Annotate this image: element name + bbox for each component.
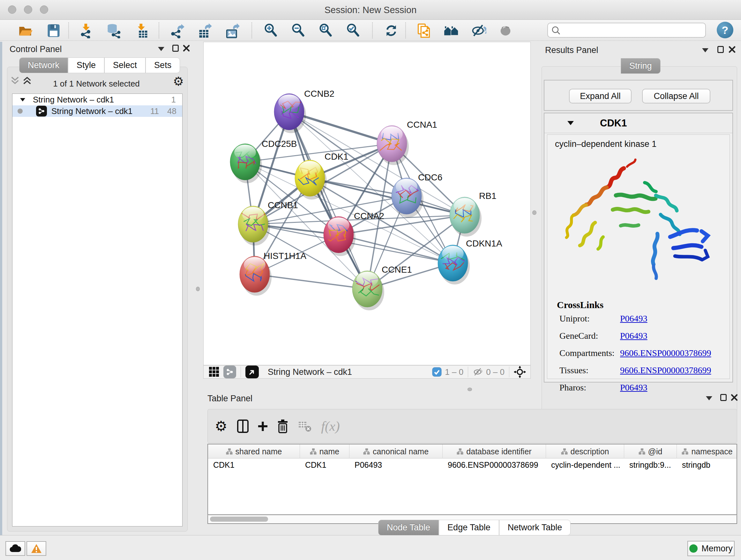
show-all-icon[interactable] (496, 22, 515, 40)
cloud-button[interactable] (5, 541, 25, 556)
panel-float-icon[interactable] (720, 394, 727, 401)
tree-row-network-collection[interactable]: String Network – cdk11 (12, 94, 182, 105)
entry-collapse-caret-icon[interactable] (567, 121, 574, 125)
delete-column-trash-icon[interactable] (276, 419, 289, 434)
import-table-file-icon[interactable] (133, 22, 151, 40)
network-share-view-icon[interactable] (223, 366, 236, 378)
refresh-icon[interactable] (382, 22, 400, 40)
network-node-hist1h1a[interactable]: HIST1H1A (240, 251, 307, 296)
panel-menu-icon[interactable] (702, 48, 709, 52)
import-network-database-icon[interactable] (105, 22, 123, 40)
panel-close-icon[interactable] (731, 394, 738, 401)
bottom-splitter-handle[interactable] (468, 388, 472, 391)
left-splitter-handle[interactable] (196, 287, 200, 291)
crosslink-value-link[interactable]: P06493 (620, 314, 648, 324)
network-node-rb1[interactable]: RB1 (450, 191, 496, 237)
table-cell-shared-name[interactable]: CDK1 (208, 460, 300, 470)
panel-float-icon[interactable] (718, 46, 724, 53)
birds-eye-view-icon[interactable] (246, 366, 259, 378)
save-session-icon[interactable] (45, 22, 63, 40)
column-header-description[interactable]: description (546, 444, 624, 458)
network-node-ccna2[interactable]: CCNA2 (324, 211, 384, 256)
crosslink-value-link[interactable]: 9606.ENSP00000378699 (620, 348, 711, 358)
table-cell-name[interactable]: CDK1 (300, 460, 349, 470)
export-network-icon[interactable] (169, 22, 186, 40)
edge-ccnb2-ccne1[interactable] (289, 112, 367, 289)
search-box[interactable] (547, 23, 706, 38)
warnings-button[interactable] (26, 541, 46, 556)
tab-style[interactable]: Style (68, 57, 105, 73)
tab-sets[interactable]: Sets (145, 57, 180, 73)
clear-table-icon[interactable] (298, 421, 312, 432)
table-cell-namespace[interactable]: stringdb (677, 460, 737, 470)
window-title: Session: New Session (0, 5, 741, 15)
function-builder-icon[interactable]: f(x) (321, 419, 340, 434)
scrollbar-thumb[interactable] (210, 516, 268, 522)
fit-content-crosshair-icon[interactable] (514, 366, 526, 378)
tab-network[interactable]: Network (19, 57, 68, 73)
network-node-ccne1[interactable]: CCNE1 (352, 265, 412, 310)
hide-selected-icon[interactable] (470, 22, 488, 40)
first-neighbors-icon[interactable] (442, 22, 460, 40)
tab-edge-table[interactable]: Edge Table (439, 520, 499, 536)
node-label-cdc6: CDC6 (418, 172, 442, 182)
column-header-namespace[interactable]: namespace (677, 444, 737, 458)
search-input[interactable] (561, 25, 698, 35)
collapse-all-button[interactable]: Collapse All (642, 89, 711, 104)
column-header--id[interactable]: @id (624, 444, 677, 458)
edge-hist1h1a-ccne1[interactable] (255, 274, 367, 289)
tab-node-table[interactable]: Node Table (378, 520, 439, 536)
network-node-cdk1[interactable]: CDK1 (295, 152, 348, 199)
add-column-icon[interactable]: + (257, 420, 268, 433)
toolbar-separator (252, 22, 252, 38)
export-table-icon[interactable] (196, 22, 214, 40)
tab-select[interactable]: Select (105, 57, 145, 73)
table-cell--id[interactable]: stringdb:9... (624, 460, 677, 470)
hidden-items-eye-slash-icon[interactable] (473, 367, 483, 377)
panel-close-icon[interactable] (728, 46, 736, 53)
panel-close-icon[interactable] (183, 44, 190, 52)
show-columns-icon[interactable] (237, 419, 249, 433)
tree-expand-caret-icon[interactable] (20, 98, 25, 101)
open-session-icon[interactable] (17, 22, 35, 40)
tab-string[interactable]: String (621, 58, 661, 74)
table-settings-gear-icon[interactable]: ⚙ (215, 418, 227, 434)
new-network-from-selection-icon[interactable] (415, 22, 433, 40)
import-network-file-icon[interactable] (77, 22, 95, 40)
selected-nodes-checkbox-icon[interactable] (432, 367, 442, 377)
crosslink-value-link[interactable]: 9606.ENSP00000378699 (620, 365, 711, 375)
grid-view-icon[interactable] (209, 367, 219, 377)
help-icon[interactable]: ? (717, 22, 733, 38)
zoom-in-icon[interactable] (262, 22, 280, 40)
tab-network-table[interactable]: Network Table (499, 520, 571, 536)
memory-button[interactable]: Memory (687, 541, 735, 556)
table-row[interactable]: CDK1CDK1P064939606.ENSP00000378699cyclin… (208, 458, 737, 471)
crosslink-value-link[interactable]: P06493 (620, 331, 648, 341)
right-splitter-handle[interactable] (532, 210, 536, 215)
panel-menu-icon[interactable] (706, 396, 712, 400)
zoom-out-icon[interactable] (289, 22, 307, 40)
export-image-icon[interactable] (223, 22, 241, 40)
zoom-fit-icon[interactable] (317, 22, 334, 40)
network-options-gear-icon[interactable]: ⚙ (173, 74, 184, 88)
panel-float-icon[interactable] (172, 45, 179, 52)
results-entry-header[interactable]: CDK1 (544, 113, 732, 133)
column-header-name[interactable]: name (300, 444, 349, 458)
network-node-cdc6[interactable]: CDC6 (392, 172, 442, 217)
table-cell-description[interactable]: cyclin-dependent ... (546, 460, 624, 470)
table-cell-canonical-name[interactable]: P06493 (349, 460, 443, 470)
panel-menu-icon[interactable] (158, 47, 164, 51)
zoom-selected-icon[interactable] (344, 22, 362, 40)
tree-row-network[interactable]: String Network – cdk11148 (12, 105, 182, 117)
column-header-shared-name[interactable]: shared name (208, 444, 300, 458)
table-cell-database-identifier[interactable]: 9606.ENSP00000378699 (443, 460, 546, 470)
column-header-canonical-name[interactable]: canonical name (349, 444, 443, 458)
expand-all-button[interactable]: Expand All (569, 89, 631, 104)
network-node-cdkn1a[interactable]: CDKN1A (438, 239, 502, 285)
network-canvas[interactable]: CCNB2CCNA1CDC25BCDK1CDC6RB1CCNB1CCNA2CDK… (203, 42, 531, 365)
title-bar: Session: New Session (0, 0, 741, 20)
network-graph[interactable]: CCNB2CCNA1CDC25BCDK1CDC6RB1CCNB1CCNA2CDK… (204, 42, 530, 365)
network-node-ccnb2[interactable]: CCNB2 (274, 89, 334, 133)
column-header-database-identifier[interactable]: database identifier (443, 444, 546, 458)
node-table: shared namenamecanonical namedatabase id… (207, 444, 737, 515)
